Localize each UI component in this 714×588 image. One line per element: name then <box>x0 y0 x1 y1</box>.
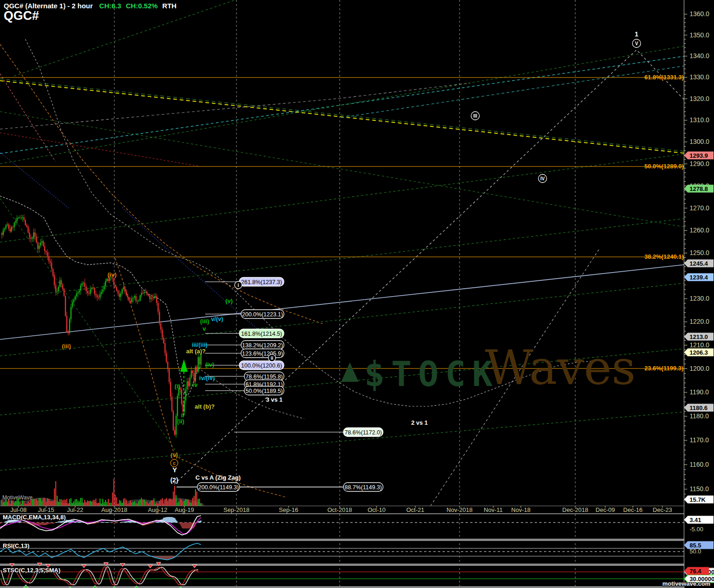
wave-label: i <box>180 390 182 396</box>
trendline <box>0 198 184 463</box>
wave-label: (iv) <box>205 361 214 368</box>
candle-body <box>105 281 106 285</box>
candle-body <box>148 295 149 296</box>
candle-body <box>141 293 142 295</box>
candle-body <box>77 292 78 293</box>
indicator-panels <box>0 512 714 588</box>
wave-label: (iv) <box>107 271 117 278</box>
trendline <box>0 74 55 161</box>
candle-body <box>54 275 55 285</box>
time-tick-label: Jul-15 <box>38 506 54 513</box>
price-tick-label: 1320.0 <box>690 95 709 102</box>
candle-body <box>90 289 91 294</box>
month-gridlines <box>114 0 575 586</box>
candle-body <box>37 243 38 249</box>
candle-body <box>57 291 58 291</box>
candle-body <box>151 298 152 299</box>
candle-body <box>79 291 80 292</box>
circled-wave-text: III <box>473 113 478 119</box>
candle-body <box>72 303 73 307</box>
time-tick-label: Dec-09 <box>596 506 615 513</box>
candle-body <box>198 357 199 372</box>
price-tick-label: 1350.0 <box>690 31 709 39</box>
macd-panel-title: MACD(C,EMA,13,34,8) <box>3 514 66 521</box>
time-tick-label: Jul-22 <box>67 506 83 513</box>
candle-body <box>93 288 94 288</box>
candle-body <box>84 283 85 286</box>
candle-body <box>1 233 2 235</box>
fib-level-label: 38.2%(1240.1) <box>644 253 684 260</box>
axis-price-badge-text: 1245.4 <box>690 260 708 267</box>
candle-body <box>176 416 177 435</box>
stockwaves-watermark-stock: $TOCK <box>364 354 499 394</box>
trendline <box>174 50 684 484</box>
candle-body <box>145 292 146 292</box>
price-tick-label: 1290.0 <box>690 160 709 167</box>
fib-retracement-lines: 61.8%(1331.3)50.0%(1289.0)38.2%(1240.1)2… <box>0 74 684 372</box>
candle-body <box>155 296 156 297</box>
price-tick-label: 1200.0 <box>690 365 709 372</box>
candle-body <box>14 223 15 227</box>
session-label: RTH <box>162 2 177 10</box>
trendline <box>0 154 684 242</box>
wave-label: 1 <box>635 30 638 38</box>
candle-body <box>162 330 163 338</box>
candle-body <box>86 287 87 291</box>
candle-body <box>50 261 51 263</box>
candle-body <box>87 291 88 293</box>
wave-label: alt (b)? <box>195 403 214 410</box>
candle-body <box>119 293 120 297</box>
circled-wave-text: ii <box>271 356 273 361</box>
time-tick-label: Oct-10 <box>367 506 385 513</box>
wave-label: 3 vs 1 <box>266 396 283 403</box>
candle-body <box>19 217 20 218</box>
candle-body <box>160 324 161 330</box>
candle-body <box>80 285 81 291</box>
wave-label: iii/(iii) <box>192 341 207 348</box>
candle-body <box>195 367 196 381</box>
candle-body <box>100 294 100 297</box>
candle-body <box>156 296 157 303</box>
price-tick-label: 1250.0 <box>690 249 709 256</box>
fib-level-label: 61.8%(1331.3) <box>644 74 684 81</box>
candle-body <box>35 232 35 237</box>
candle-body <box>30 238 31 239</box>
time-tick-label: Dec-23 <box>653 506 672 513</box>
axes-layer: Jul-08Jul-15Jul-22Aug-2018Aug-12Aug-19Se… <box>0 0 714 588</box>
axis-price-badge-text: 1239.4 <box>690 274 708 281</box>
trendline <box>0 79 684 151</box>
candle-body <box>109 278 110 281</box>
candle-body <box>33 232 34 238</box>
time-tick-label: Nov-18 <box>511 506 531 513</box>
candle-body <box>22 217 23 218</box>
time-tick-label: Aug-2018 <box>101 506 127 513</box>
candle-body <box>183 404 183 412</box>
chart-canvas[interactable]: 61.8%(1331.3)50.0%(1289.0)38.2%(1240.1)2… <box>0 0 714 588</box>
axis-price-badge-text: 3.41 <box>690 517 701 523</box>
candle-body <box>177 396 178 416</box>
candle-body <box>59 280 60 287</box>
candle-body <box>122 289 123 293</box>
candle-body <box>106 279 107 281</box>
fib-extension-text: 200.0%(1223.1) <box>242 311 283 318</box>
candle-body <box>83 283 84 283</box>
fib-extension-text: 261.8%(1237.3) <box>241 279 282 285</box>
candle-body <box>94 288 95 294</box>
trendline <box>0 112 684 227</box>
candle-body <box>71 307 71 319</box>
candle-body <box>124 287 125 292</box>
fib-extension-text: 123.6%(1205.9) <box>242 350 283 357</box>
time-tick-label: Nov-2018 <box>447 506 472 513</box>
candle-body <box>147 292 148 295</box>
fib-extension-text: 138.2%(1209.2) <box>242 342 283 349</box>
chart-header: QGC# (Alternate 1) - 2 hourCH:6.3CH:0.52… <box>4 2 177 22</box>
candle-body <box>10 229 11 232</box>
candle-body <box>89 293 89 294</box>
candle-body <box>130 301 131 302</box>
stockwaves-logo-triangle-icon <box>341 362 359 382</box>
price-tick-label: 1180.0 <box>690 412 709 420</box>
wave-label: (iii) <box>62 343 71 350</box>
candle-body <box>138 301 139 301</box>
trendline <box>341 66 684 118</box>
wave-label: v <box>202 325 206 332</box>
